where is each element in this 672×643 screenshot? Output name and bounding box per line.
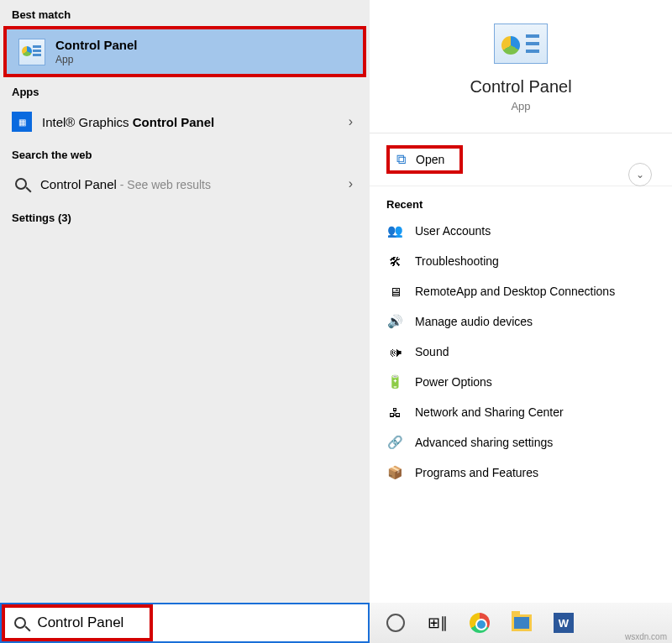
preview-title: Control Panel	[470, 77, 571, 97]
chrome-icon[interactable]	[469, 612, 491, 634]
recent-item-user-accounts[interactable]: 👥User Accounts	[370, 216, 672, 246]
web-result-control-panel[interactable]: Control Panel - See web results ›	[0, 166, 370, 201]
network-sharing-icon: 🖧	[386, 404, 403, 421]
search-box[interactable]	[0, 603, 370, 643]
user-accounts-icon: 👥	[386, 222, 403, 239]
recent-item-manage-audio[interactable]: 🔊Manage audio devices	[370, 306, 672, 337]
chevron-right-icon: ›	[349, 114, 353, 129]
sound-icon: 🕪	[386, 343, 403, 360]
recent-item-network-sharing[interactable]: 🖧Network and Sharing Center	[370, 397, 672, 427]
best-match-subtitle: App	[55, 54, 138, 65]
app-label: Intel® Graphics Control Panel	[42, 115, 339, 129]
power-options-icon: 🔋	[386, 374, 403, 390]
audio-devices-icon: 🔊	[386, 313, 403, 330]
cortana-icon[interactable]	[385, 612, 407, 634]
control-panel-icon	[18, 39, 45, 65]
search-icon	[12, 175, 30, 193]
recent-item-programs-features[interactable]: 📦Programs and Features	[370, 457, 672, 488]
control-panel-icon-large	[494, 24, 548, 64]
troubleshooting-icon: 🛠	[386, 253, 403, 269]
recent-list: 👥User Accounts 🛠Troubleshooting 🖥RemoteA…	[370, 216, 672, 488]
word-icon[interactable]: W	[553, 612, 575, 634]
watermark: wsxdn.com	[625, 632, 667, 641]
best-match-title: Control Panel	[55, 38, 138, 52]
start-search-results: Best match Control Panel App Apps ▦ Inte…	[0, 0, 370, 603]
chevron-right-icon: ›	[349, 176, 353, 191]
app-intel-graphics-control-panel[interactable]: ▦ Intel® Graphics Control Panel ›	[0, 103, 370, 140]
intel-graphics-icon: ▦	[12, 112, 32, 132]
web-result-label: Control Panel - See web results	[40, 177, 339, 191]
expand-chevron-button[interactable]: ⌄	[628, 163, 652, 186]
settings-header[interactable]: Settings (3)	[0, 201, 370, 234]
bottom-bar: ⊞∥ W	[0, 603, 672, 643]
task-view-icon[interactable]: ⊞∥	[427, 612, 449, 634]
search-icon	[12, 614, 29, 632]
apps-header: Apps	[0, 77, 370, 103]
recent-item-remoteapp[interactable]: 🖥RemoteApp and Desktop Connections	[370, 276, 672, 306]
recent-header: Recent	[370, 186, 672, 216]
open-label: Open	[416, 153, 444, 166]
programs-features-icon: 📦	[386, 464, 403, 481]
recent-item-power-options[interactable]: 🔋Power Options	[370, 367, 672, 397]
recent-item-sound[interactable]: 🕪Sound	[370, 337, 672, 367]
advanced-sharing-icon: 🔗	[386, 434, 403, 451]
recent-item-advanced-sharing[interactable]: 🔗Advanced sharing settings	[370, 427, 672, 457]
recent-item-troubleshooting[interactable]: 🛠Troubleshooting	[370, 246, 672, 276]
open-button[interactable]: ⧉ Open	[386, 145, 463, 174]
preview-header: Control Panel App	[370, 0, 672, 133]
best-match-header: Best match	[0, 0, 370, 26]
preview-subtitle: App	[511, 100, 530, 112]
search-input[interactable]	[37, 614, 358, 631]
best-match-control-panel[interactable]: Control Panel App	[3, 26, 366, 77]
preview-pane: Control Panel App ⧉ Open ⌄ Recent 👥User …	[370, 0, 672, 603]
open-icon: ⧉	[396, 152, 406, 167]
file-explorer-icon[interactable]	[511, 612, 533, 634]
remoteapp-icon: 🖥	[386, 283, 403, 300]
search-web-header: Search the web	[0, 140, 370, 166]
